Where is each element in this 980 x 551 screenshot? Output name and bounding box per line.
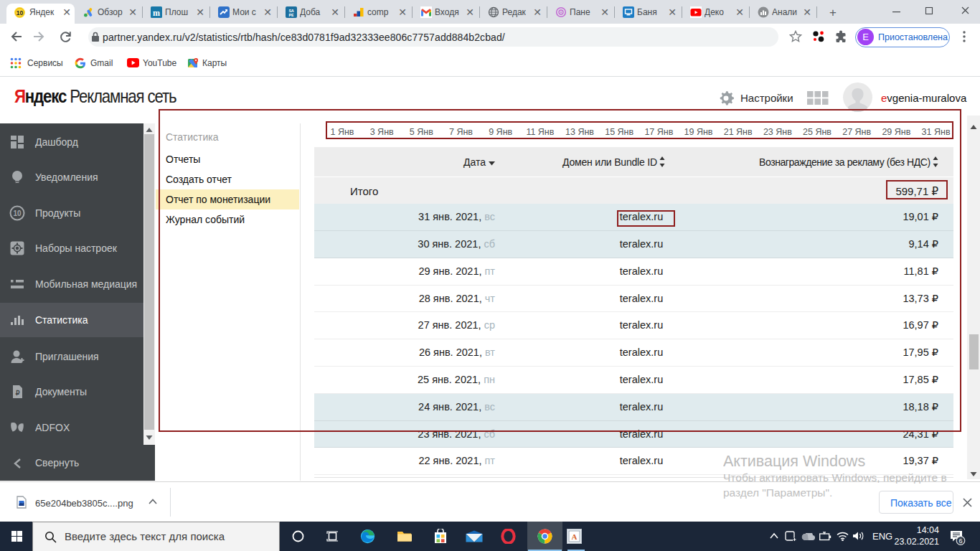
svg-text:10: 10	[17, 9, 24, 17]
svg-text:A: A	[572, 532, 578, 541]
svg-text:PE: PE	[288, 13, 294, 18]
svg-text:10: 10	[13, 209, 22, 217]
svg-text:₽: ₽	[16, 390, 20, 397]
svg-text:6: 6	[958, 537, 962, 545]
svg-text:m: m	[153, 8, 160, 18]
